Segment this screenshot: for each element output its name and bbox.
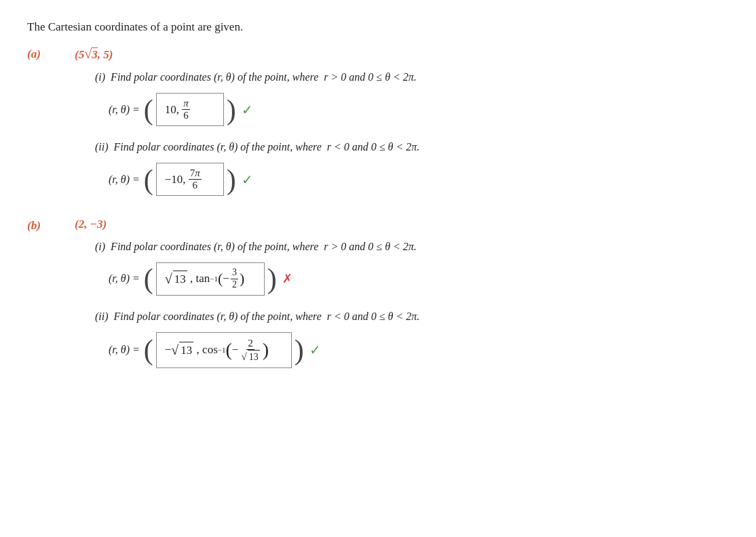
answer-box-aii[interactable]: −10, 7π 6 xyxy=(156,163,224,196)
close-paren-bii: ) xyxy=(295,336,304,364)
subpart-aii-question: (ii) Find polar coordinates (r, θ) of th… xyxy=(95,141,729,153)
part-b-subpart-ii: (ii) Find polar coordinates (r, θ) of th… xyxy=(95,311,729,369)
frac-bii: 2 √13 xyxy=(240,337,261,364)
neg-sqrt13-bii: −√13 xyxy=(165,342,194,359)
open-paren-bii: ( xyxy=(144,336,153,364)
part-b-content: (2, −3) (i) Find polar coordinates (r, θ… xyxy=(75,218,729,383)
intro-text: The Cartesian coordinates of a point are… xyxy=(27,20,729,34)
pi-frac-aii: 7π 6 xyxy=(189,167,202,191)
open-paren-aii: ( xyxy=(144,165,153,194)
answer-row-bi: (r, θ) = ( √13 , tan−1 ( − 3 2 xyxy=(109,262,729,296)
subpart-bi-question: (i) Find polar coordinates (r, θ) of the… xyxy=(95,241,729,253)
close-paren-aii: ) xyxy=(227,165,236,194)
part-a-subpart-i: (i) Find polar coordinates (r, θ) of the… xyxy=(95,71,729,126)
part-a-point: (5√3, 5) xyxy=(75,46,729,62)
answer-row-bii: (r, θ) = ( −√13 , cos−1 ( − 2 √13 xyxy=(109,332,729,369)
check-icon-bii: ✓ xyxy=(309,342,321,358)
part-a: (a) (5√3, 5) (i) Find polar coordinates … xyxy=(27,46,729,211)
part-b: (b) (2, −3) (i) Find polar coordinates (… xyxy=(27,218,729,383)
close-paren-ai: ) xyxy=(227,96,236,124)
part-b-letter: (b) xyxy=(27,219,46,232)
answer-box-bi[interactable]: √13 , tan−1 ( − 3 2 ) xyxy=(156,262,265,296)
answer-label-bii: (r, θ) = xyxy=(109,344,140,356)
check-icon-ai: ✓ xyxy=(242,102,253,118)
page-container: The Cartesian coordinates of a point are… xyxy=(27,20,729,383)
close-paren-bi: ) xyxy=(267,264,277,293)
part-b-subpart-i: (i) Find polar coordinates (r, θ) of the… xyxy=(95,241,729,296)
answer-label-aii: (r, θ) = xyxy=(109,174,140,186)
answer-box-ai[interactable]: 10, π 6 xyxy=(156,93,224,126)
pi-frac-ai: π 6 xyxy=(182,98,190,121)
answer-label-bi: (r, θ) = xyxy=(109,273,140,285)
subpart-ai-question: (i) Find polar coordinates (r, θ) of the… xyxy=(95,71,729,83)
frac-bi: 3 2 xyxy=(231,267,238,291)
part-a-subpart-ii: (ii) Find polar coordinates (r, θ) of th… xyxy=(95,141,729,196)
part-a-label: (a) xyxy=(27,46,75,61)
open-paren-bi: ( xyxy=(144,264,153,293)
sqrt13-bi: √13 xyxy=(165,271,187,287)
answer-row-ai: (r, θ) = ( 10, π 6 ) ✓ xyxy=(109,93,729,126)
part-b-point: (2, −3) xyxy=(75,218,729,231)
open-paren-ai: ( xyxy=(144,96,153,124)
check-icon-aii: ✓ xyxy=(242,172,253,188)
part-b-label: (b) xyxy=(27,218,75,233)
cross-icon-bi: ✗ xyxy=(282,271,292,286)
answer-box-bii[interactable]: −√13 , cos−1 ( − 2 √13 ) xyxy=(156,332,292,369)
answer-row-aii: (r, θ) = ( −10, 7π 6 ) ✓ xyxy=(109,163,729,196)
subpart-bii-question: (ii) Find polar coordinates (r, θ) of th… xyxy=(95,311,729,323)
part-a-letter: (a) xyxy=(27,47,46,60)
answer-label-ai: (r, θ) = xyxy=(109,104,140,116)
part-a-content: (5√3, 5) (i) Find polar coordinates (r, … xyxy=(75,46,729,211)
